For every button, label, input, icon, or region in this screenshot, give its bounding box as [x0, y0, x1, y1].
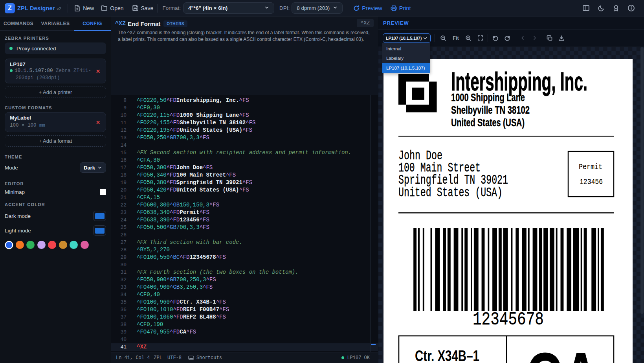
svg-text:Shelbyville TN 38102: Shelbyville TN 38102	[451, 104, 530, 116]
svg-text:United States (USA): United States (USA)	[451, 116, 525, 129]
svg-text:CA: CA	[526, 338, 599, 363]
svg-text:123456: 123456	[580, 177, 603, 186]
svg-text:Permit: Permit	[579, 162, 602, 171]
svg-text:United States (USA): United States (USA)	[398, 185, 503, 200]
svg-text:1000 Shipping Lane: 1000 Shipping Lane	[451, 91, 525, 103]
svg-text:12345678: 12345678	[473, 310, 544, 330]
svg-text:Ctr. X34B–1: Ctr. X34B–1	[415, 348, 479, 363]
